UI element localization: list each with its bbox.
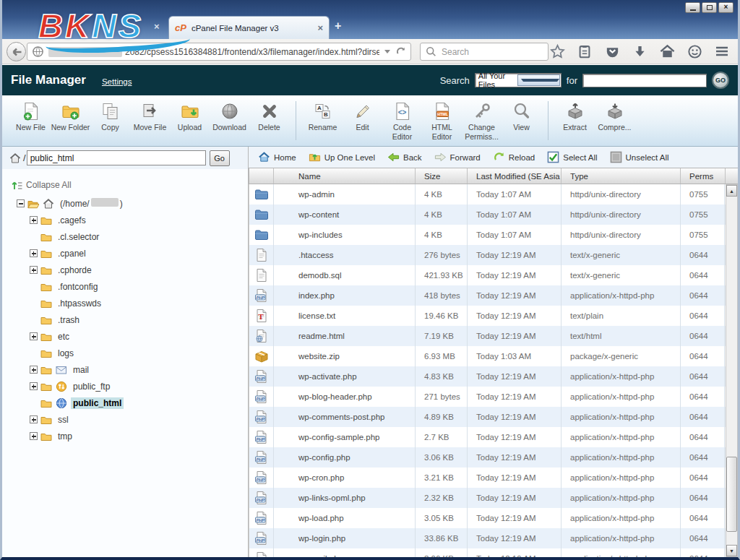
table-row[interactable]: PHP wp-login.php 33.86 KB Today 12:19 AM…	[249, 528, 726, 548]
tree-item-htpasswds[interactable]: .htpasswds	[2, 295, 248, 311]
url-text[interactable]: 2082/cpsess1516384881/frontend/x3/filema…	[125, 47, 379, 57]
tree-item-cphorde[interactable]: .cphorde	[2, 262, 248, 278]
tree-item-public_html[interactable]: public_html	[2, 395, 248, 411]
column-perms[interactable]: Perms	[681, 168, 726, 184]
table-row[interactable]: PHP wp-links-opml.php 2.32 KB Today 12:1…	[249, 488, 726, 508]
tree-item-tmp[interactable]: tmp	[2, 428, 248, 444]
toolbar-extract-button[interactable]: Extract	[555, 99, 595, 146]
toolbar-change-perms-button[interactable]: Change Permiss...	[462, 99, 502, 146]
table-row[interactable]: .htaccess 276 bytes Today 12:19 AM text/…	[249, 245, 726, 265]
tab-cpanel-file-manager[interactable]: cP cPanel File Manager v3 ×	[168, 16, 330, 39]
path-input[interactable]	[27, 150, 206, 165]
new-tab-button[interactable]: +	[335, 20, 341, 33]
reload-icon[interactable]	[395, 46, 406, 57]
expand-icon[interactable]	[30, 266, 38, 274]
filebar-back[interactable]: Back	[387, 151, 422, 163]
table-row[interactable]: PHP wp-comments-post.php 4.89 KB Today 1…	[249, 407, 726, 427]
collapse-all-link[interactable]: Collapse All	[11, 179, 248, 191]
table-row[interactable]: wp-includes 4 KB Today 1:07 AM httpd/uni…	[249, 225, 726, 245]
tree-item-fontconfig[interactable]: .fontconfig	[2, 278, 248, 295]
toolbar-compress-button[interactable]: Compre...	[595, 99, 634, 146]
expand-icon[interactable]	[30, 332, 38, 340]
filebar-up-one-level[interactable]: Up One Level	[309, 151, 375, 163]
tree-root-home[interactable]: (/home/)	[2, 195, 248, 212]
minimize-button[interactable]	[685, 2, 700, 13]
filebar-forward[interactable]: Forward	[434, 151, 481, 163]
maximize-button[interactable]	[702, 2, 717, 13]
column-last[interactable]: Last Modified (SE Asia S	[468, 168, 562, 184]
url-dropdown-icon[interactable]	[384, 50, 390, 53]
toolbar-rename-button[interactable]: ABRename	[303, 99, 343, 146]
scrollbar-thumb[interactable]	[726, 457, 737, 532]
toolbar-upload-button[interactable]: Upload	[170, 99, 210, 146]
tree-item-etc[interactable]: etc	[2, 328, 248, 345]
back-button[interactable]	[7, 42, 26, 61]
home-icon[interactable]	[658, 43, 676, 60]
filebar-unselect-all[interactable]: Unselect All	[610, 151, 669, 163]
tree-item-mail[interactable]: mail	[2, 361, 248, 378]
expand-icon[interactable]	[30, 415, 38, 423]
toolbar-html-editor-button[interactable]: HTMLHTML Editor	[422, 99, 462, 146]
scroll-down-icon[interactable]: ▼	[726, 545, 737, 556]
table-row[interactable]: demodb.sql 421.93 KB Today 12:19 AM text…	[249, 265, 726, 285]
column-name[interactable]: Name	[274, 168, 416, 184]
filebar-select-all[interactable]: Select All	[547, 151, 597, 163]
tree-item-cpanel[interactable]: .cpanel	[2, 245, 248, 262]
toolbar-move-file-button[interactable]: Move File	[130, 99, 170, 146]
close-button[interactable]: ×	[718, 2, 733, 13]
pocket-icon[interactable]	[603, 43, 621, 60]
collapse-expander-icon[interactable]	[17, 199, 25, 207]
expand-icon[interactable]	[30, 382, 38, 390]
table-row[interactable]: T license.txt 19.46 KB Today 12:19 AM te…	[249, 306, 726, 326]
toolbar-new-folder-button[interactable]: New Folder	[51, 99, 90, 146]
tree-item-cl-selector[interactable]: .cl.selector	[2, 228, 248, 245]
toolbar-copy-button[interactable]: Copy	[90, 99, 130, 146]
column-type[interactable]: Type	[562, 168, 681, 184]
path-go-button[interactable]: Go	[210, 150, 230, 166]
browser-search-box[interactable]: Search	[420, 43, 548, 61]
toolbar-edit-button[interactable]: Edit	[343, 99, 382, 146]
toolbar-new-file-button[interactable]: New File	[11, 99, 51, 146]
tree-item-cagefs[interactable]: .cagefs	[2, 212, 248, 228]
toolbar-code-editor-button[interactable]: <>Code Editor	[382, 99, 422, 146]
tree-item-trash[interactable]: .trash	[2, 311, 248, 328]
table-row[interactable]: PHP wp-mail.php 8.06 KB Today 12:19 AM a…	[249, 548, 726, 557]
tree-item-logs[interactable]: logs	[2, 345, 248, 361]
select-dropdown-icon[interactable]	[517, 74, 560, 86]
bookmark-star-icon[interactable]	[548, 43, 566, 60]
table-row[interactable]: PHP wp-activate.php 4.83 KB Today 12:19 …	[249, 366, 726, 387]
expand-icon[interactable]	[30, 249, 38, 257]
table-row[interactable]: website.zip 6.93 MB Today 1:03 AM packag…	[249, 346, 726, 366]
table-row[interactable]: PHP wp-config-sample.php 2.7 KB Today 12…	[249, 427, 726, 447]
table-scrollbar[interactable]: ▲ ▼	[726, 184, 738, 557]
bookmarks-menu-icon[interactable]	[576, 43, 593, 60]
table-row[interactable]: wp-admin 4 KB Today 1:07 AM httpd/unix-d…	[249, 184, 726, 204]
tab-close-icon[interactable]: ×	[317, 22, 323, 33]
hamburger-menu-icon[interactable]	[713, 43, 731, 60]
search-scope-select[interactable]: All Your Files	[475, 73, 562, 87]
table-row[interactable]: PHP wp-config.php 3.06 KB Today 12:19 AM…	[249, 447, 726, 468]
table-row[interactable]: wp-content 4 KB Today 1:07 AM httpd/unix…	[249, 204, 726, 225]
scroll-up-icon[interactable]: ▲	[726, 185, 737, 197]
toolbar-view-button[interactable]: View	[502, 99, 541, 146]
expand-icon[interactable]	[30, 216, 38, 224]
table-row[interactable]: readme.html 7.19 KB Today 12:19 AM text/…	[249, 326, 726, 346]
table-row[interactable]: PHP wp-load.php 3.05 KB Today 12:19 AM a…	[249, 508, 726, 528]
search-term-input[interactable]	[582, 74, 707, 87]
toolbar-delete-button[interactable]: Delete	[249, 99, 289, 146]
tree-item-ssl[interactable]: ssl	[2, 411, 248, 428]
filebar-reload[interactable]: Reload	[493, 151, 535, 163]
search-go-button[interactable]: GO	[712, 72, 729, 89]
expand-icon[interactable]	[30, 432, 38, 440]
settings-link[interactable]: Settings	[102, 77, 132, 86]
filebar-home[interactable]: Home	[258, 151, 296, 163]
feedback-smiley-icon[interactable]	[686, 43, 703, 60]
tree-item-public_ftp[interactable]: public_ftp	[2, 378, 248, 395]
table-row[interactable]: PHP index.php 418 bytes Today 12:19 AM a…	[249, 285, 726, 306]
toolbar-download-button[interactable]: Download	[210, 99, 249, 146]
background-tab-close-icon[interactable]: ×	[154, 21, 160, 32]
table-row[interactable]: PHP wp-cron.php 3.21 KB Today 12:19 AM a…	[249, 468, 726, 488]
table-row[interactable]: PHP wp-blog-header.php 271 bytes Today 1…	[249, 387, 726, 407]
column-size[interactable]: Size	[416, 168, 468, 184]
expand-icon[interactable]	[30, 366, 38, 374]
